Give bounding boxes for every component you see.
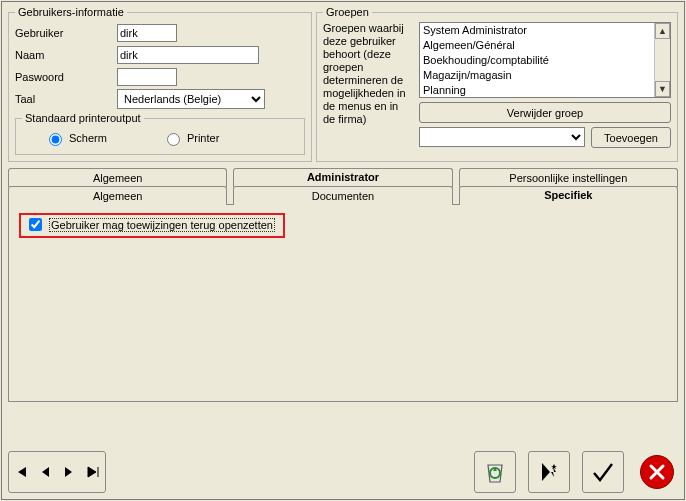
label-language: Taal xyxy=(15,93,117,105)
nav-first-button[interactable] xyxy=(11,456,31,488)
ok-button[interactable] xyxy=(582,451,624,493)
list-item[interactable]: Boekhouding/comptabilité xyxy=(420,53,670,68)
subtab-documenten[interactable]: Documenten xyxy=(233,186,452,205)
radio-printer-input[interactable] xyxy=(167,133,180,146)
scroll-up-icon[interactable]: ▲ xyxy=(655,23,670,39)
add-group-button[interactable]: Toevoegen xyxy=(591,127,671,148)
radio-printer-label: Printer xyxy=(187,132,219,144)
highlight-box: Gebruiker mag toewijzingen terug openzet… xyxy=(19,213,285,238)
groups-legend: Groepen xyxy=(323,6,372,18)
password-input[interactable] xyxy=(117,68,177,86)
subtab-specifiek[interactable]: Specifiek xyxy=(459,186,678,205)
groups-group: Groepen Groepen waarbij deze gebruiker b… xyxy=(316,6,678,162)
language-select[interactable]: Nederlands (Belgie) xyxy=(117,89,265,109)
groups-description: Groepen waarbij deze gebruiker behoort (… xyxy=(323,22,413,148)
tab-administrator[interactable]: Administrator xyxy=(233,168,452,187)
user-info-group: Gebruikers-informatie Gebruiker Naam Pas… xyxy=(8,6,312,162)
printer-output-group: Standaard printeroutput Scherm Printer xyxy=(15,112,305,155)
check-icon xyxy=(590,459,616,485)
checkbox-toewijzingen-label: Gebruiker mag toewijzingen terug openzet… xyxy=(49,218,275,232)
label-password: Paswoord xyxy=(15,71,117,83)
tab-persoonlijke-instellingen[interactable]: Persoonlijke instellingen xyxy=(459,168,678,187)
radio-screen[interactable]: Scherm xyxy=(44,130,107,146)
subtab-algemeen[interactable]: Algemeen xyxy=(8,186,227,205)
user-input[interactable] xyxy=(117,24,177,42)
tab-panel-specifiek: Gebruiker mag toewijzingen terug openzet… xyxy=(8,204,678,402)
nav-prev-button[interactable] xyxy=(35,456,55,488)
radio-screen-input[interactable] xyxy=(49,133,62,146)
groups-listbox[interactable]: System Administrator Algemeen/Général Bo… xyxy=(419,22,671,98)
list-item[interactable]: Planning xyxy=(420,83,670,98)
add-group-select[interactable] xyxy=(419,127,585,147)
printer-output-legend: Standaard printeroutput xyxy=(22,112,144,124)
remove-group-button[interactable]: Verwijder groep xyxy=(419,102,671,123)
radio-screen-label: Scherm xyxy=(69,132,107,144)
user-info-legend: Gebruikers-informatie xyxy=(15,6,127,18)
list-item[interactable]: Magazijn/magasin xyxy=(420,68,670,83)
recycle-button[interactable] xyxy=(474,451,516,493)
close-button[interactable] xyxy=(636,451,678,493)
recycle-icon xyxy=(482,459,508,485)
list-item[interactable]: Algemeen/Général xyxy=(420,38,670,53)
checkbox-toewijzingen-input[interactable] xyxy=(29,218,42,231)
label-name: Naam xyxy=(15,49,117,61)
new-record-icon xyxy=(536,459,562,485)
nav-next-button[interactable] xyxy=(59,456,79,488)
list-item[interactable]: System Administrator xyxy=(420,23,670,38)
scrollbar[interactable]: ▲ ▼ xyxy=(654,23,670,97)
radio-printer[interactable]: Printer xyxy=(162,130,219,146)
scroll-down-icon[interactable]: ▼ xyxy=(655,81,670,97)
record-navigator xyxy=(8,451,106,493)
checkbox-toewijzingen[interactable]: Gebruiker mag toewijzingen terug openzet… xyxy=(25,215,275,234)
close-icon xyxy=(640,455,674,489)
new-record-button[interactable] xyxy=(528,451,570,493)
name-input[interactable] xyxy=(117,46,259,64)
nav-last-button[interactable] xyxy=(83,456,103,488)
label-user: Gebruiker xyxy=(15,27,117,39)
tab-algemeen[interactable]: Algemeen xyxy=(8,168,227,187)
